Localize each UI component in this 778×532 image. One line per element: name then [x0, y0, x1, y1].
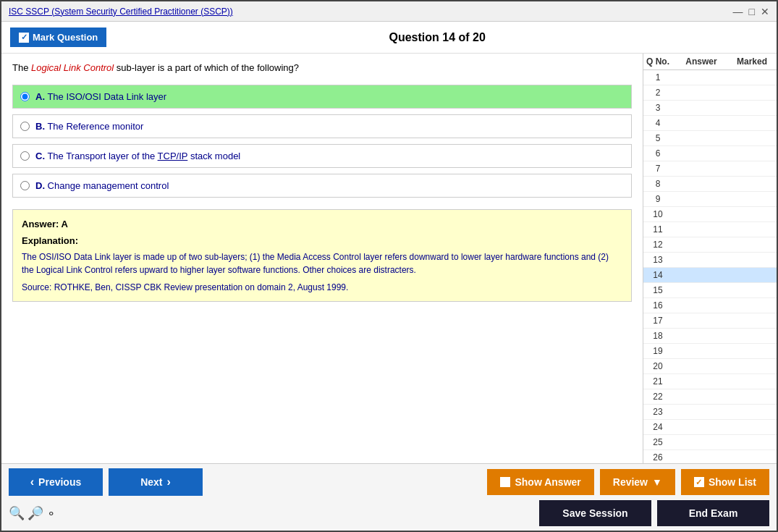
- option-a-radio[interactable]: [20, 92, 30, 101]
- sidebar-row-answer: [672, 224, 730, 235]
- option-c-label: C. The Transport layer of the TCP/IP sta…: [35, 151, 240, 161]
- sidebar-row[interactable]: 18: [643, 329, 777, 344]
- answer-line: Answer: A: [22, 219, 622, 229]
- sidebar-row[interactable]: 12: [643, 237, 777, 253]
- sidebar-row[interactable]: 7: [643, 161, 777, 177]
- sidebar-row[interactable]: 19: [643, 344, 777, 359]
- option-b-radio[interactable]: [20, 122, 30, 131]
- mark-checkbox-icon: [19, 33, 29, 43]
- sidebar-row[interactable]: 5: [643, 131, 777, 146]
- sidebar-row-num: 12: [643, 239, 672, 250]
- zoom-out-button[interactable]: ⚬: [46, 507, 56, 520]
- sidebar-row[interactable]: 10: [643, 207, 777, 222]
- sidebar-row-answer: [672, 163, 730, 174]
- sidebar-row-num: 21: [643, 376, 672, 387]
- window-controls: — □ ✕: [733, 6, 769, 17]
- sidebar-row[interactable]: 20: [643, 359, 777, 374]
- end-exam-button[interactable]: End Exam: [657, 500, 769, 526]
- sidebar-row-num: 9: [643, 193, 672, 205]
- sidebar-row-num: 8: [643, 178, 672, 190]
- sidebar-row-marked: [730, 132, 774, 144]
- sidebar-row[interactable]: 16: [643, 298, 777, 313]
- sidebar-row[interactable]: 9: [643, 192, 777, 207]
- previous-label: Previous: [38, 476, 81, 488]
- sidebar-row-num: 16: [643, 300, 672, 311]
- sidebar-row[interactable]: 11: [643, 222, 777, 237]
- sidebar-row[interactable]: 21: [643, 374, 777, 389]
- sidebar-row-num: 5: [643, 132, 672, 144]
- sidebar-row-answer: [672, 345, 730, 357]
- question-title: Question 14 of 20: [106, 31, 768, 44]
- sidebar-row[interactable]: 6: [643, 146, 777, 161]
- sidebar-row-answer: [672, 148, 730, 159]
- show-answer-icon: [500, 477, 510, 487]
- sidebar-row[interactable]: 17: [643, 313, 777, 329]
- show-list-label: Show List: [709, 476, 756, 488]
- sidebar-row-marked: [730, 284, 774, 296]
- bottom-row1: ‹ Previous Next › Show Answer Review ▼: [9, 468, 769, 496]
- option-d-row[interactable]: D. Change management control: [12, 174, 632, 198]
- question-highlight: Logical Link Control: [31, 62, 114, 73]
- sidebar-row[interactable]: 8: [643, 177, 777, 192]
- mark-question-button[interactable]: Mark Question: [10, 28, 106, 47]
- sidebar-row-num: 10: [643, 208, 672, 220]
- sidebar-row-marked: [730, 345, 774, 357]
- sidebar-row[interactable]: 22: [643, 389, 777, 405]
- show-answer-button[interactable]: Show Answer: [487, 469, 593, 495]
- sidebar-list[interactable]: 1 2 3 4 5 6 7 8: [643, 70, 777, 463]
- sidebar-row-marked: [730, 224, 774, 235]
- option-d-radio[interactable]: [20, 181, 30, 190]
- sidebar-row[interactable]: 26: [643, 450, 777, 463]
- question-text: The Logical Link Control sub-layer is a …: [12, 62, 632, 73]
- sidebar-row-answer: [672, 269, 730, 281]
- sidebar-row[interactable]: 23: [643, 405, 777, 420]
- sidebar-row[interactable]: 1: [643, 70, 777, 85]
- sidebar-row[interactable]: 14: [643, 268, 777, 283]
- previous-button[interactable]: ‹ Previous: [9, 468, 103, 496]
- zoom-reset-button[interactable]: 🔎: [28, 505, 43, 521]
- sidebar-row[interactable]: 4: [643, 116, 777, 131]
- close-icon[interactable]: ✕: [761, 6, 769, 17]
- save-session-button[interactable]: Save Session: [539, 500, 651, 526]
- next-label: Next: [140, 476, 162, 488]
- sidebar-row-num: 26: [643, 452, 672, 463]
- option-c-row[interactable]: C. The Transport layer of the TCP/IP sta…: [12, 144, 632, 168]
- sidebar-row-num: 19: [643, 345, 672, 357]
- question-panel: The Logical Link Control sub-layer is a …: [1, 54, 643, 463]
- review-button[interactable]: Review ▼: [600, 469, 675, 495]
- show-list-button[interactable]: Show List: [681, 469, 769, 495]
- sidebar-row[interactable]: 24: [643, 420, 777, 435]
- maximize-icon[interactable]: □: [749, 6, 755, 17]
- sidebar-row-num: 25: [643, 436, 672, 448]
- mark-question-label: Mark Question: [33, 32, 98, 43]
- sidebar-row-marked: [730, 254, 774, 266]
- sidebar-row-num: 18: [643, 330, 672, 342]
- minimize-icon[interactable]: —: [733, 6, 743, 17]
- sidebar-row[interactable]: 2: [643, 85, 777, 101]
- sidebar-row[interactable]: 13: [643, 253, 777, 268]
- sidebar-row-marked: [730, 163, 774, 174]
- sidebar-row-marked: [730, 376, 774, 387]
- sidebar-row-num: 24: [643, 421, 672, 433]
- zoom-in-button[interactable]: 🔍: [9, 505, 25, 521]
- sidebar-row[interactable]: 3: [643, 101, 777, 116]
- sidebar-row-marked: [730, 148, 774, 159]
- sidebar-row-num: 3: [643, 102, 672, 114]
- next-arrow-icon: ›: [167, 476, 171, 489]
- next-button[interactable]: Next ›: [109, 468, 203, 496]
- option-d-label: D. Change management control: [35, 180, 169, 191]
- main-window: ISC SSCP (System Security Certified Prac…: [0, 0, 778, 532]
- sidebar-row[interactable]: 15: [643, 283, 777, 298]
- sidebar-row-num: 4: [643, 117, 672, 129]
- option-b-row[interactable]: B. The Reference monitor: [12, 114, 632, 138]
- header-bar: Mark Question Question 14 of 20: [1, 22, 777, 54]
- sidebar-row[interactable]: 25: [643, 435, 777, 450]
- zoom-controls: 🔍 🔎 ⚬: [9, 505, 56, 521]
- option-c-radio[interactable]: [20, 151, 30, 161]
- option-a-row[interactable]: A. The ISO/OSI Data Link layer: [12, 85, 632, 109]
- sidebar-row-answer: [672, 132, 730, 144]
- main-content: Mark Question Question 14 of 20 The Logi…: [1, 22, 777, 531]
- explanation-title: Explanation:: [22, 235, 622, 246]
- sidebar-row-answer: [672, 87, 730, 98]
- option-b-label: B. The Reference monitor: [35, 121, 143, 132]
